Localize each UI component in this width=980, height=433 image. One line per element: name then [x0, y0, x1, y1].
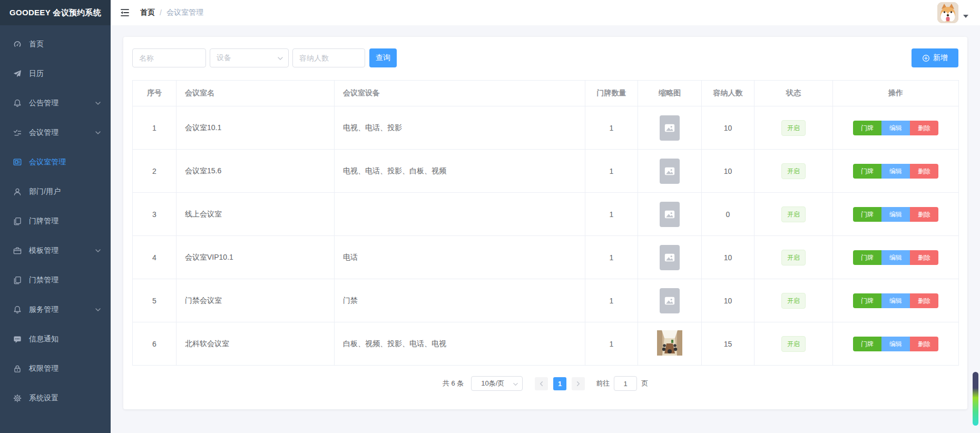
app-window: GOODEEY 会议预约系统 首页 日历 公告管理 会议管理 会议室管理 部门/… [0, 0, 980, 433]
column-header: 序号 [133, 81, 177, 106]
edit-button[interactable]: 编辑 [881, 121, 910, 135]
page-size-value: 10条/页 [481, 379, 504, 388]
message-icon [13, 334, 22, 344]
sidebar-item-dept-user[interactable]: 部门/用户 [0, 177, 111, 206]
action-button-group: 门牌编辑删除 [853, 207, 938, 222]
cell-actions: 门牌编辑删除 [833, 193, 959, 236]
table-body: 1会议室10.1电视、电话、投影110开启门牌编辑删除2会议室15.6电视、电话… [133, 106, 959, 366]
doorplate-button[interactable]: 门牌 [853, 337, 881, 351]
user-avatar[interactable] [937, 2, 958, 23]
cell-status: 开启 [754, 193, 833, 236]
image-placeholder-thumbnail [660, 202, 680, 227]
column-header: 会议室设备 [335, 81, 585, 106]
sidebar-item-notice-mgmt[interactable]: 公告管理 [0, 88, 111, 118]
sidebar-item-service-mgmt[interactable]: 服务管理 [0, 295, 111, 324]
next-page-button[interactable] [572, 377, 585, 390]
room-photo-thumbnail [657, 330, 682, 356]
edit-button[interactable]: 编辑 [881, 250, 910, 265]
sidebar-menu: 首页 日历 公告管理 会议管理 会议室管理 部门/用户 [0, 25, 111, 413]
table-row: 5门禁会议室门禁110开启门牌编辑删除 [133, 279, 959, 322]
bell-icon [13, 99, 22, 108]
cell-capacity: 10 [702, 150, 754, 193]
action-button-group: 门牌编辑删除 [853, 250, 938, 265]
chevron-down-icon [95, 100, 101, 106]
cell-index: 5 [133, 279, 177, 322]
edit-button[interactable]: 编辑 [881, 207, 910, 222]
cell-doorplate-count: 1 [585, 279, 638, 322]
cell-thumbnail [638, 322, 702, 366]
doorplate-button[interactable]: 门牌 [853, 293, 881, 308]
sidebar-item-doorplate-mgmt[interactable]: 门牌管理 [0, 206, 111, 236]
page-number-button[interactable]: 1 [553, 377, 566, 390]
sidebar-item-home[interactable]: 首页 [0, 29, 111, 59]
add-button-label: 新增 [933, 53, 948, 63]
cell-index: 4 [133, 236, 177, 279]
page-unit-label: 页 [641, 379, 648, 388]
table-header-row: 序号会议室名会议室设备门牌数量缩略图容纳人数状态操作 [133, 81, 959, 106]
cell-status: 开启 [754, 106, 833, 150]
delete-button[interactable]: 删除 [910, 207, 938, 222]
cell-actions: 门牌编辑删除 [833, 106, 959, 150]
prev-page-button[interactable] [535, 377, 548, 390]
filter-bar: 设备 查询 新增 [132, 48, 958, 67]
sidebar-item-label: 门牌管理 [29, 216, 95, 226]
briefcase-icon [13, 246, 22, 255]
cell-devices [335, 193, 585, 236]
app-logo: GOODEEY 会议预约系统 [0, 0, 111, 25]
doorplate-button[interactable]: 门牌 [853, 207, 881, 222]
delete-button[interactable]: 删除 [910, 337, 938, 351]
cell-room-name: 会议室15.6 [177, 150, 335, 193]
capacity-filter-input[interactable] [292, 48, 365, 67]
edit-button[interactable]: 编辑 [881, 293, 910, 308]
cell-devices: 白板、视频、投影、电话、电视 [335, 322, 585, 366]
cell-index: 3 [133, 193, 177, 236]
sidebar-item-meeting-room-mgmt[interactable]: 会议室管理 [0, 147, 111, 177]
cell-capacity: 0 [702, 193, 754, 236]
sidebar-item-template-mgmt[interactable]: 模板管理 [0, 236, 111, 265]
cell-actions: 门牌编辑删除 [833, 236, 959, 279]
avatar-dropdown-caret-icon[interactable] [963, 15, 968, 18]
doorplate-button[interactable]: 门牌 [853, 121, 881, 135]
sidebar-item-label: 会议室管理 [29, 158, 95, 167]
breadcrumb-current: 会议室管理 [166, 8, 203, 17]
sidebar-item-message-notice[interactable]: 信息通知 [0, 324, 111, 354]
breadcrumb: 首页 / 会议室管理 [140, 8, 203, 17]
column-header: 状态 [754, 81, 833, 106]
send-icon [13, 69, 22, 78]
cell-doorplate-count: 1 [585, 106, 638, 150]
doorplate-button[interactable]: 门牌 [853, 164, 881, 179]
breadcrumb-home[interactable]: 首页 [140, 8, 155, 17]
add-button[interactable]: 新增 [912, 48, 958, 67]
delete-button[interactable]: 删除 [910, 293, 938, 308]
cell-doorplate-count: 1 [585, 193, 638, 236]
total-count-label: 共 6 条 [443, 379, 464, 388]
name-filter-input[interactable] [132, 48, 206, 67]
sidebar-item-permission-mgmt[interactable]: 权限管理 [0, 354, 111, 383]
cell-room-name: 会议室VIP10.1 [177, 236, 335, 279]
sidebar-item-access-mgmt[interactable]: 门禁管理 [0, 265, 111, 295]
sidebar-item-meeting-mgmt[interactable]: 会议管理 [0, 118, 111, 147]
image-placeholder-thumbnail [660, 245, 680, 270]
goto-label: 前往 [596, 379, 610, 388]
scrollbar-thumb[interactable] [973, 372, 978, 426]
search-button[interactable]: 查询 [369, 48, 397, 67]
sidebar-item-system-settings[interactable]: 系统设置 [0, 383, 111, 413]
doorplate-button[interactable]: 门牌 [853, 250, 881, 265]
delete-button[interactable]: 删除 [910, 250, 938, 265]
gear-icon [13, 393, 22, 403]
cell-actions: 门牌编辑删除 [833, 279, 959, 322]
user-icon [13, 187, 22, 196]
device-filter-select[interactable]: 设备 [210, 48, 289, 67]
sidebar-collapse-icon[interactable] [119, 7, 131, 18]
edit-button[interactable]: 编辑 [881, 164, 910, 179]
copy-icon [13, 275, 22, 285]
page-size-select[interactable]: 10条/页 [471, 376, 523, 391]
sidebar-item-calendar[interactable]: 日历 [0, 59, 111, 88]
delete-button[interactable]: 删除 [910, 121, 938, 135]
goto-page-input[interactable] [614, 376, 637, 391]
cell-doorplate-count: 1 [585, 322, 638, 366]
edit-button[interactable]: 编辑 [881, 337, 910, 351]
status-badge: 开启 [781, 120, 806, 136]
meeting-room-table: 序号会议室名会议室设备门牌数量缩略图容纳人数状态操作 1会议室10.1电视、电话… [132, 80, 958, 366]
delete-button[interactable]: 删除 [910, 164, 938, 179]
